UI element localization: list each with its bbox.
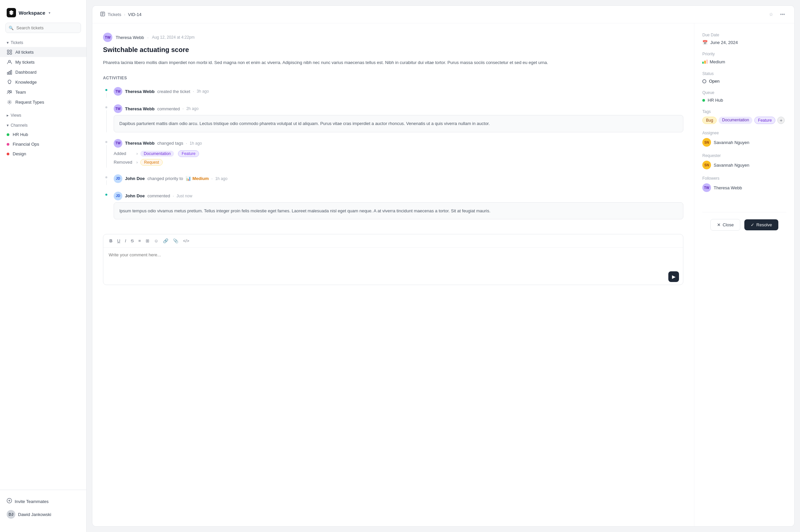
- sidebar-item-dashboard[interactable]: Dashboard: [0, 67, 86, 77]
- comment-toolbar: B U I S ≡ ⊞ ☺ 🔗 📎 </>: [103, 234, 683, 248]
- activity-item: TW Theresa Webb changed tags · 1h ago Ad…: [103, 139, 683, 174]
- content-area: TW Theresa Webb · Aug 12, 2024 at 4:22pm…: [92, 23, 794, 526]
- close-icon: ✕: [717, 222, 721, 227]
- queue-dot-icon: [702, 99, 705, 102]
- more-options-button[interactable]: •••: [779, 10, 786, 18]
- status-value: Open: [709, 79, 720, 84]
- invite-label: Invite Teammates: [15, 499, 49, 504]
- due-date-value: June 24, 2024: [710, 40, 738, 45]
- underline-button[interactable]: U: [116, 238, 121, 244]
- resolve-button[interactable]: ✓ Resolve: [744, 219, 778, 230]
- activity-dot: [105, 106, 108, 109]
- send-button[interactable]: ▶: [668, 271, 679, 282]
- activity-content: TW Theresa Webb created the ticket · 3h …: [114, 87, 683, 98]
- sidebar-item-design[interactable]: Design: [0, 149, 86, 159]
- list-button[interactable]: ≡: [137, 238, 142, 244]
- sidebar-item-knowledge[interactable]: Knowledge: [0, 77, 86, 87]
- followers-field: Followers TW Theresa Webb: [702, 176, 786, 192]
- ticket-meta: TW Theresa Webb · Aug 12, 2024 at 4:22pm: [103, 33, 683, 42]
- assignee-name: Savannah Nguyen: [714, 140, 749, 145]
- users-icon: [7, 89, 12, 95]
- activity-list: TW Theresa Webb created the ticket · 3h …: [103, 87, 683, 226]
- activity-timestamp: 3h ago: [197, 89, 209, 94]
- svg-point-9: [9, 90, 11, 92]
- tag-documentation: Documentation: [719, 117, 753, 124]
- activity-timeline: [103, 87, 110, 98]
- sidebar-item-request-types[interactable]: Request Types: [0, 97, 86, 107]
- ticket-datetime: Aug 12, 2024 at 4:22pm: [152, 35, 195, 40]
- status-field: Status Open: [702, 71, 786, 84]
- code-button[interactable]: </>: [182, 238, 191, 244]
- assignee-avatar: SN: [702, 138, 711, 147]
- emoji-button[interactable]: ☺: [153, 238, 160, 244]
- sidebar-item-my-tickets[interactable]: My tickets: [0, 57, 86, 67]
- tag-bug: Bug: [702, 117, 717, 124]
- activity-item: JD John Doe changed priority to 📊 Medium…: [103, 174, 683, 192]
- star-button[interactable]: ☆: [768, 10, 775, 18]
- user-name: Dawid Jankowski: [18, 512, 51, 517]
- views-expand-icon: ▸: [7, 113, 9, 118]
- svg-rect-7: [11, 70, 12, 74]
- strikethrough-button[interactable]: S: [129, 238, 135, 244]
- plus-icon: [7, 498, 12, 505]
- sidebar-item-financial-ops[interactable]: Financial Ops: [0, 139, 86, 149]
- lightbulb-icon: [7, 79, 12, 85]
- collapse-icon: ▾: [7, 40, 9, 45]
- tickets-icon: [100, 12, 105, 17]
- activity-user: Theresa Webb: [125, 89, 155, 94]
- workspace-name: Workspace: [19, 10, 45, 16]
- breadcrumb-tickets[interactable]: Tickets: [108, 12, 121, 17]
- svg-rect-15: [706, 60, 708, 64]
- tag-feature: Feature: [754, 117, 775, 124]
- search-input[interactable]: [5, 23, 81, 33]
- assignee-field: Assignee SN Savannah Nguyen: [702, 131, 786, 147]
- sidebar-item-team[interactable]: Team: [0, 87, 86, 97]
- logo: [7, 8, 16, 17]
- search-icon: 🔍: [9, 26, 14, 30]
- requester-avatar: SN: [702, 161, 711, 169]
- calendar-icon: 📅: [702, 40, 708, 45]
- attachment-button[interactable]: 📎: [172, 238, 180, 244]
- tags-area: Bug Documentation Feature +: [702, 117, 786, 124]
- sidebar-item-all-tickets[interactable]: All tickets: [0, 47, 86, 57]
- follower-name: Theresa Webb: [714, 185, 742, 190]
- link-button[interactable]: 🔗: [162, 238, 170, 244]
- add-tag-button[interactable]: +: [777, 117, 785, 124]
- channels-section-header[interactable]: ▾ Channels: [0, 121, 86, 130]
- bold-button[interactable]: B: [108, 238, 114, 244]
- table-button[interactable]: ⊞: [144, 238, 151, 244]
- svg-rect-13: [702, 62, 704, 64]
- activity-item: TW Theresa Webb created the ticket · 3h …: [103, 87, 683, 104]
- requester-name: Savannah Nguyen: [714, 163, 749, 168]
- grid-icon: [7, 49, 12, 55]
- activity-avatar: TW: [114, 87, 122, 96]
- tag-removed-row: Removed › Request: [114, 159, 683, 166]
- activity-item: TW Theresa Webb commented · 2h ago Dapib…: [103, 104, 683, 139]
- activity-comment: Ipsum tempus odio vivamus metus pretium.…: [114, 202, 683, 219]
- activity-avatar: JD: [114, 192, 122, 200]
- comment-input[interactable]: [103, 248, 683, 268]
- italic-button[interactable]: I: [124, 238, 128, 244]
- follower-avatar: TW: [702, 183, 711, 192]
- tickets-section-header[interactable]: ▾ Tickets: [0, 38, 86, 47]
- sidebar-bottom: Invite Teammates DJ Dawid Jankowski: [0, 490, 86, 527]
- main-content: Tickets › VID-14 ☆ ••• TW Theresa Webb ·…: [92, 5, 795, 527]
- topbar: Tickets › VID-14 ☆ •••: [92, 6, 794, 23]
- hr-hub-dot: [7, 133, 9, 136]
- svg-rect-2: [7, 53, 9, 54]
- priority-bars-icon: [702, 59, 708, 65]
- due-date-field: Due Date 📅 June 24, 2024: [702, 33, 786, 45]
- sidebar: Workspace ▾ 🔍 ▾ Tickets All tickets: [0, 0, 87, 532]
- requester-field: Requester SN Savannah Nguyen: [702, 153, 786, 169]
- sidebar-item-hr-hub[interactable]: HR Hub: [0, 130, 86, 139]
- views-section-header[interactable]: ▸ Views: [0, 111, 86, 120]
- breadcrumb: Tickets › VID-14: [100, 12, 142, 17]
- close-button[interactable]: ✕ Close: [710, 219, 740, 231]
- workspace-header[interactable]: Workspace ▾: [0, 5, 86, 23]
- search-box[interactable]: 🔍: [5, 23, 81, 33]
- invite-teammates-button[interactable]: Invite Teammates: [7, 495, 80, 507]
- activity-header: TW Theresa Webb created the ticket · 3h …: [114, 87, 683, 96]
- priority-value: Medium: [710, 59, 725, 64]
- svg-point-10: [9, 101, 10, 103]
- status-circle-icon: [702, 79, 706, 83]
